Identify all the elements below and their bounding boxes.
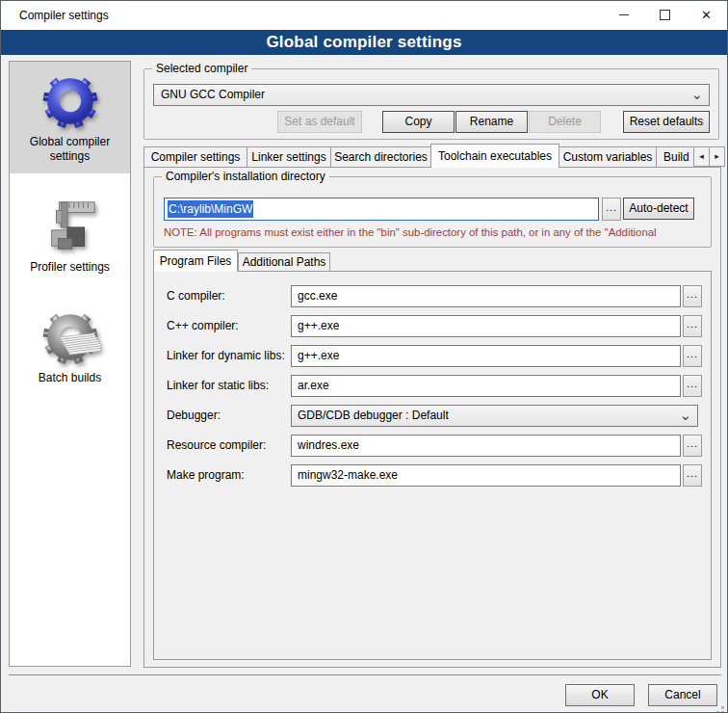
tab-scroll-left-icon[interactable]: ◂ [693, 146, 710, 167]
resize-grip-icon[interactable] [721, 706, 724, 709]
chevron-down-icon: ⌄ [690, 84, 703, 104]
maximize-button[interactable] [644, 1, 686, 29]
title-bar: Compiler settings ✕ [1, 1, 727, 30]
page-title: Global compiler settings [1, 30, 727, 55]
settings-sidebar: Global compiler settings Profiler settin… [9, 61, 131, 667]
c++-compiler-input[interactable]: g++.exe [291, 315, 681, 337]
reset-defaults-button[interactable]: Reset defaults [623, 111, 710, 133]
make-program-label: Make program: [167, 468, 245, 482]
linker-for-static-libs-input[interactable]: ar.exe [291, 375, 681, 397]
main-tab-strip: Compiler settingsLinker settingsSearch d… [143, 144, 727, 168]
make-program-browse-button[interactable]: ... [683, 464, 702, 487]
c-compiler-label: C compiler: [167, 289, 225, 303]
linker-for-dynamic-libs-label: Linker for dynamic libs: [167, 349, 285, 362]
ok-button[interactable]: OK [565, 684, 635, 706]
delete-button: Delete [529, 111, 601, 133]
debugger-select[interactable]: GDB/CDB debugger : Default⌄ [291, 405, 698, 427]
tab-toolchain-executables[interactable]: Toolchain executables [430, 144, 559, 168]
minimize-icon [619, 14, 629, 15]
installation-path-input[interactable]: C:\raylib\MinGW [164, 198, 599, 221]
tab-compiler-settings[interactable]: Compiler settings [143, 146, 247, 168]
chevron-down-icon: ⌄ [679, 405, 691, 425]
c-compiler-browse-button[interactable]: ... [683, 285, 702, 307]
selected-compiler-group: Selected compiler GNU GCC Compiler ⌄ Set… [143, 68, 719, 140]
linker-for-static-libs-label: Linker for static libs: [167, 379, 269, 392]
close-button[interactable]: ✕ [686, 1, 727, 29]
tab-build[interactable]: Build [656, 146, 694, 168]
compiler-select[interactable]: GNU GCC Compiler ⌄ [153, 84, 710, 106]
cancel-button[interactable]: Cancel [648, 684, 717, 706]
installation-path-selected-text: C:\raylib\MinGW [168, 200, 253, 218]
close-icon: ✕ [701, 9, 712, 21]
compiler-settings-dialog: Compiler settings ✕ Global compiler sett… [0, 0, 728, 713]
installation-directory-group: Compiler's installation directory C:\ray… [153, 176, 712, 248]
auto-detect-button[interactable]: Auto-detect [623, 198, 694, 220]
tab-linker-settings[interactable]: Linker settings [247, 146, 331, 168]
gear-blue-icon [40, 71, 100, 131]
subtab-program-files[interactable]: Program Files [153, 250, 238, 272]
rename-button[interactable]: Rename [455, 111, 528, 133]
browse-directory-button[interactable]: ... [602, 198, 621, 221]
sidebar-item-label: Batch builds [12, 371, 128, 385]
set-as-default-button: Set as default [277, 111, 362, 133]
window-title: Compiler settings [19, 9, 109, 22]
debugger-label: Debugger: [167, 409, 221, 422]
sidebar-item-profiler-settings[interactable]: Profiler settings [10, 187, 130, 284]
resource-compiler-browse-button[interactable]: ... [683, 435, 702, 457]
minimize-button[interactable] [603, 1, 644, 29]
linker-for-dynamic-libs-browse-button[interactable]: ... [683, 345, 702, 367]
sidebar-item-label: Global compiler settings [12, 135, 128, 164]
selected-compiler-legend: Selected compiler [152, 62, 251, 75]
make-program-input[interactable]: mingw32-make.exe [291, 464, 681, 487]
caliper-icon [40, 197, 100, 256]
c-compiler-input[interactable]: gcc.exe [291, 285, 681, 307]
program-files-panel: C compiler:gcc.exe...C++ compiler:g++.ex… [153, 271, 712, 660]
gear-stack-icon [40, 307, 100, 367]
linker-for-dynamic-libs-input[interactable]: g++.exe [291, 345, 681, 367]
compiler-select-value: GNU GCC Compiler [161, 88, 265, 101]
c++-compiler-browse-button[interactable]: ... [683, 315, 702, 337]
resource-compiler-input[interactable]: windres.exe [291, 435, 681, 457]
resource-compiler-label: Resource compiler: [167, 438, 266, 452]
installation-directory-legend: Compiler's installation directory [162, 170, 329, 183]
sidebar-item-label: Profiler settings [12, 260, 128, 275]
debugger-value: GDB/CDB debugger : Default [298, 409, 449, 422]
maximize-icon [660, 10, 670, 20]
tab-custom-variables[interactable]: Custom variables [559, 146, 657, 168]
subtab-additional-paths[interactable]: Additional Paths [238, 252, 330, 272]
c++-compiler-label: C++ compiler: [167, 319, 239, 332]
sidebar-item-batch-builds[interactable]: Batch builds [10, 298, 130, 395]
sidebar-item-global-compiler-settings[interactable]: Global compiler settings [10, 62, 130, 173]
tab-search-directories[interactable]: Search directories [330, 146, 431, 168]
linker-for-static-libs-browse-button[interactable]: ... [683, 375, 702, 397]
copy-button[interactable]: Copy [382, 111, 455, 133]
bin-subdirectory-note: NOTE: All programs must exist either in … [164, 226, 705, 238]
tab-scroll-right-icon[interactable]: ▸ [709, 146, 725, 167]
footer-divider [9, 674, 721, 675]
